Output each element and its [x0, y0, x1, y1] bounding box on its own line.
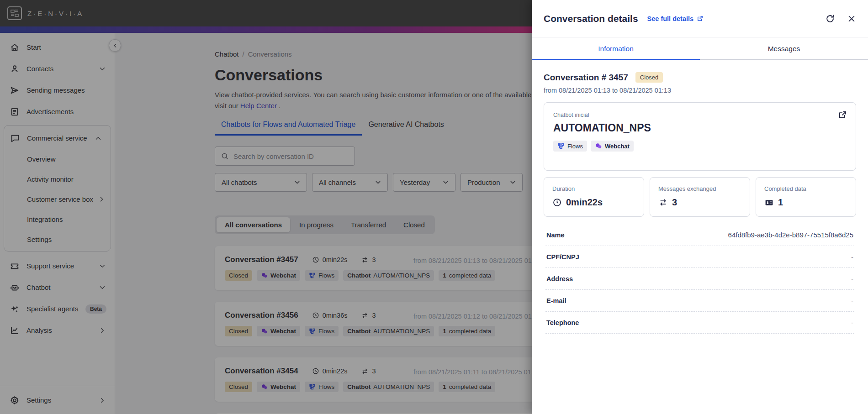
refresh-button[interactable] — [825, 14, 835, 24]
drawer-body: Conversation # 3457 Closed from 08/21/20… — [532, 60, 868, 334]
webchat-icon — [595, 142, 602, 150]
channel-tag: Webchat — [591, 141, 634, 152]
app-window: Z·E·N·V·I·A Start Contacts Sending messa… — [0, 0, 868, 414]
drawer-header: Conversation details See full details — [532, 0, 868, 37]
stat-messages-exchanged: Messages exchanged 3 — [650, 177, 750, 217]
see-full-details-link[interactable]: See full details — [647, 15, 704, 22]
detail-row-email: E-mail - — [545, 290, 854, 312]
modal-dim-overlay[interactable] — [0, 0, 532, 414]
status-badge: Closed — [635, 72, 663, 83]
chatbot-card: Chatbot inicial AUTOMATION_NPS Flows Web… — [544, 102, 856, 171]
stat-value: 0min22s — [566, 197, 603, 208]
clock-icon — [552, 198, 562, 207]
flows-icon — [557, 142, 565, 150]
detail-row-cpf-cnpj: CPF/CNPJ - — [545, 246, 854, 268]
stat-duration: Duration 0min22s — [544, 177, 644, 217]
conversation-period: from 08/21/2025 01:13 to 08/21/2025 01:1… — [544, 87, 856, 94]
exchange-arrows-icon — [658, 198, 668, 207]
detail-row-name: Name 64fd8fb9-ae3b-4d2e-b897-75515f8a6d2… — [545, 224, 854, 246]
drawer-tabs: Information Messages — [532, 37, 868, 60]
stat-value: 1 — [778, 197, 783, 208]
drawer-title: Conversation details — [544, 13, 638, 24]
stats-row: Duration 0min22s Messages exchanged 3 Co… — [544, 177, 856, 217]
external-link-icon — [697, 15, 704, 22]
detail-row-address: Address - — [545, 268, 854, 290]
close-icon[interactable] — [847, 14, 856, 23]
flow-tag: Flows — [553, 141, 587, 152]
tab-information[interactable]: Information — [532, 37, 700, 60]
contact-card-icon — [764, 198, 774, 207]
contact-details-list: Name 64fd8fb9-ae3b-4d2e-b897-75515f8a6d2… — [544, 224, 856, 334]
chatbot-name: AUTOMATION_NPS — [553, 122, 847, 134]
chatbot-card-label: Chatbot inicial — [553, 112, 847, 118]
stat-completed-data: Completed data 1 — [756, 177, 856, 217]
conversation-heading: Conversation # 3457 — [544, 73, 628, 83]
detail-row-telephone: Telephone - — [545, 312, 854, 334]
conversation-details-drawer: Conversation details See full details In… — [532, 0, 868, 414]
open-chatbot-external-link-icon[interactable] — [838, 110, 847, 120]
tab-messages[interactable]: Messages — [700, 37, 868, 60]
stat-value: 3 — [672, 197, 677, 208]
